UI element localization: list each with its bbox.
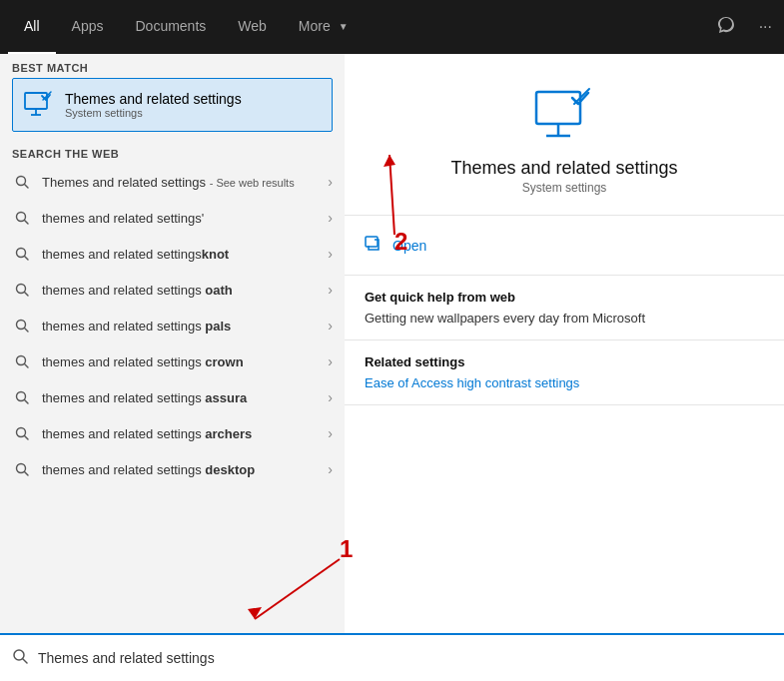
result-text: Themes and related settings - See web re…: [42, 175, 328, 190]
quick-help-text: Getting new wallpapers every day from Mi…: [365, 311, 764, 326]
svg-line-15: [25, 364, 29, 368]
search-icon: [12, 208, 32, 228]
list-item[interactable]: themes and related settings pals ›: [0, 308, 345, 343]
search-input[interactable]: [38, 650, 772, 666]
tab-all[interactable]: All: [8, 0, 56, 54]
right-panel-title: Themes and related settings: [450, 158, 677, 179]
search-icon: [12, 316, 32, 336]
best-match-subtitle: System settings: [65, 107, 242, 119]
svg-rect-22: [536, 92, 580, 124]
best-match-item[interactable]: Themes and related settings System setti…: [12, 78, 333, 132]
svg-line-21: [25, 472, 29, 476]
best-match-label: Best match: [12, 62, 333, 74]
best-match-section: Best match Themes and related settings: [0, 54, 345, 136]
chevron-down-icon: ▼: [339, 21, 349, 32]
best-match-title: Themes and related settings: [65, 91, 242, 107]
left-panel: Best match Themes and related settings: [0, 54, 345, 633]
web-search-section: Search the web Themes and related settin…: [0, 136, 345, 487]
right-header: Themes and related settings System setti…: [345, 54, 784, 216]
list-item[interactable]: themes and related settings archers ›: [0, 415, 345, 451]
chevron-right-icon: ›: [328, 353, 333, 369]
list-item[interactable]: Themes and related settings - See web re…: [0, 164, 345, 200]
svg-line-13: [25, 329, 29, 333]
search-icon: [12, 423, 32, 443]
result-text: themes and related settings crown: [42, 354, 328, 369]
related-settings-section: Related settings Ease of Access high con…: [345, 340, 784, 405]
svg-line-19: [25, 436, 29, 440]
chevron-right-icon: ›: [328, 389, 333, 405]
result-text: themes and related settings archers: [42, 426, 328, 441]
list-item[interactable]: themes and related settings' ›: [0, 200, 345, 236]
result-text: themes and related settings pals: [42, 319, 328, 334]
feedback-icon[interactable]: [713, 12, 739, 42]
settings-icon: [23, 89, 55, 121]
result-text: themes and related settingsknot: [42, 247, 328, 262]
right-panel-icon: [532, 84, 596, 148]
right-actions: Open: [345, 216, 784, 276]
related-settings-text[interactable]: Ease of Access high contrast settings: [365, 375, 764, 390]
list-item[interactable]: themes and related settings oath ›: [0, 272, 345, 308]
search-bar-icon: [12, 648, 28, 668]
web-section-label: Search the web: [0, 144, 345, 164]
result-text: themes and related settings desktop: [42, 462, 328, 477]
tab-apps[interactable]: Apps: [56, 0, 120, 54]
tab-more[interactable]: More ▼: [283, 0, 365, 54]
nav-icons: ···: [713, 12, 776, 42]
svg-line-28: [23, 659, 27, 663]
top-nav: All Apps Documents Web More ▼ ···: [0, 0, 784, 54]
quick-help-section: Get quick help from web Getting new wall…: [345, 276, 784, 340]
open-icon: [365, 234, 383, 257]
search-icon: [12, 351, 32, 371]
open-action[interactable]: Open: [365, 230, 764, 261]
svg-line-7: [25, 221, 29, 225]
svg-line-5: [25, 185, 29, 189]
svg-rect-0: [25, 93, 47, 109]
result-text: themes and related settings assura: [42, 390, 328, 405]
best-match-text: Themes and related settings System setti…: [65, 91, 242, 119]
result-text: themes and related settings oath: [42, 283, 328, 298]
chevron-right-icon: ›: [328, 318, 333, 334]
related-settings-title: Related settings: [365, 354, 764, 369]
svg-line-17: [25, 400, 29, 404]
open-label[interactable]: Open: [392, 238, 426, 254]
quick-help-title: Get quick help from web: [365, 290, 764, 305]
search-bar: [0, 633, 784, 681]
svg-rect-26: [366, 237, 378, 247]
tab-web[interactable]: Web: [222, 0, 283, 54]
svg-line-9: [25, 257, 29, 261]
chevron-right-icon: ›: [328, 425, 333, 441]
search-icon: [12, 459, 32, 479]
search-icon: [12, 280, 32, 300]
chevron-right-icon: ›: [328, 174, 333, 190]
right-panel: Themes and related settings System setti…: [345, 54, 784, 633]
search-icon: [12, 387, 32, 407]
ellipsis-icon[interactable]: ···: [755, 14, 776, 40]
svg-line-11: [25, 293, 29, 297]
chevron-right-icon: ›: [328, 461, 333, 477]
right-panel-subtitle: System settings: [522, 181, 607, 195]
result-text: themes and related settings': [42, 211, 328, 226]
list-item[interactable]: themes and related settings crown ›: [0, 343, 345, 379]
search-icon: [12, 244, 32, 264]
search-icon: [12, 172, 32, 192]
chevron-right-icon: ›: [328, 246, 333, 262]
list-item[interactable]: themes and related settings desktop ›: [0, 451, 345, 487]
main-content: Best match Themes and related settings: [0, 54, 784, 633]
chevron-right-icon: ›: [328, 282, 333, 298]
tab-documents[interactable]: Documents: [119, 0, 222, 54]
list-item[interactable]: themes and related settingsknot ›: [0, 236, 345, 272]
chevron-right-icon: ›: [328, 210, 333, 226]
list-item[interactable]: themes and related settings assura ›: [0, 379, 345, 415]
